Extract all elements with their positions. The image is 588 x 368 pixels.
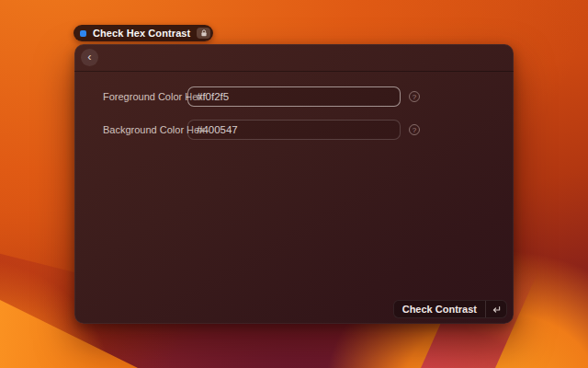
app-window: ‹ Foreground Color Hex ? Background Colo…: [74, 44, 514, 324]
help-icon[interactable]: ?: [409, 91, 420, 102]
foreground-hex-label: Foreground Color Hex: [103, 91, 180, 102]
lock-badge[interactable]: [197, 28, 210, 39]
foreground-hex-input[interactable]: [187, 86, 401, 107]
window-header: ‹: [74, 44, 514, 72]
lock-icon: [200, 29, 208, 37]
question-mark-glyph: ?: [413, 126, 416, 134]
form-row-background: Background Color Hex ?: [103, 120, 420, 140]
help-icon[interactable]: ?: [409, 124, 420, 135]
back-button[interactable]: ‹: [81, 49, 98, 66]
chevron-left-icon: ‹: [87, 51, 91, 63]
check-contrast-label: Check Contrast: [394, 304, 485, 315]
question-mark-glyph: ?: [413, 93, 416, 101]
background-hex-input[interactable]: [187, 120, 401, 140]
check-contrast-button[interactable]: Check Contrast: [393, 300, 507, 318]
form-row-foreground: Foreground Color Hex ?: [103, 86, 420, 107]
launcher-pill[interactable]: Check Hex Contrast: [74, 25, 213, 41]
background-hex-label: Background Color Hex: [103, 124, 180, 135]
launcher-pill-title: Check Hex Contrast: [93, 28, 190, 39]
return-key-icon: [486, 305, 506, 314]
extension-icon: [80, 30, 86, 37]
